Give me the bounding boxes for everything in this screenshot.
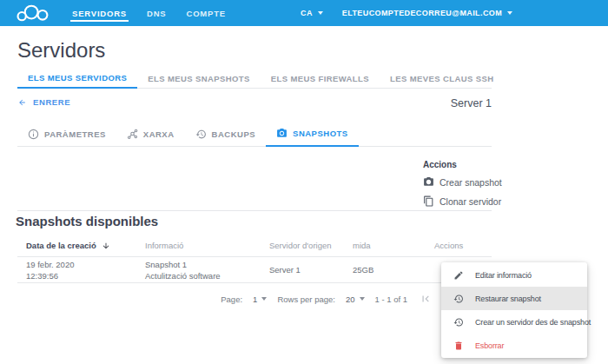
first-page-icon[interactable] [420,293,432,305]
page-value: 1 [253,295,257,304]
actions-title: Accions [423,160,502,169]
top-bar-right: CA ELTEUCOMPTEDECORREU@MAIL.COM [301,0,512,26]
tab-parametres[interactable]: PARÀMETRES [17,122,116,147]
action-label: Clonar servidor [439,196,501,207]
section-divider [17,210,492,211]
create-snapshot-button[interactable]: Crear snapshot [423,176,502,188]
back-button[interactable]: ENRERE [17,97,70,107]
account-email: ELTEUCOMPTEDECORREU@MAIL.COM [342,9,502,17]
page-title: Servidors [17,38,105,63]
pencil-icon [453,270,464,281]
actions-panel: Accions Crear snapshot Clonar servidor [423,160,502,215]
language-dropdown[interactable]: CA [301,9,323,17]
menu-item-delete[interactable]: Esborrar [441,334,587,357]
server-name: Server 1 [451,97,492,109]
nav-item-dns[interactable]: DNS [147,0,166,26]
tab-label: ELS MEUS FIREWALLS [271,74,369,83]
server-header-row: ENRERE Server 1 [17,97,492,111]
restore-icon [453,317,464,328]
column-header-info: Informació [145,241,183,250]
restore-icon [453,294,464,304]
snapshot-date: 19 febr. 2020 [26,259,74,270]
main-tabs: ELS MEUS SERVIDORS ELS MEUS SNAPSHOTS EL… [17,68,492,89]
cell-info: Snapshot 1 Actulització software [145,259,221,281]
tab-label: LES MEVES CLAUS SSH [390,74,494,83]
snapshots-table: Data de la creació Informació Servidor d… [17,236,492,308]
rows-per-page-select[interactable]: 20 [346,295,365,304]
app-window: SERVIDORS DNS COMPTE CA ELTEUCOMPTEDECOR… [0,0,608,364]
tab-els-meus-snapshots[interactable]: ELS MEUS SNAPSHOTS [137,68,261,89]
pagination-range: 1 - 1 of 1 [375,295,408,304]
tab-els-meus-firewalls[interactable]: ELS MEUS FIREWALLS [261,68,380,89]
snapshot-time: 12:39:56 [26,270,74,281]
network-icon [127,129,138,140]
tab-label: PARÀMETRES [44,129,106,139]
nav-label: COMPTE [186,9,225,18]
clone-server-button[interactable]: Clonar servidor [423,195,502,207]
snapshot-description: Actulització software [145,270,221,281]
trash-icon [453,341,464,351]
nav-label: SERVIDORS [72,9,127,18]
top-navigation: SERVIDORS DNS COMPTE [72,0,226,26]
camera-icon [276,128,287,139]
snapshots-section-title: Snapshots disponibles [16,214,158,228]
nav-item-compte[interactable]: COMPTE [186,0,225,26]
rows-per-page-label: Rows per page: [277,295,335,304]
clone-icon [423,195,434,207]
table-pagination: Page: 1 Rows per page: 20 1 - 1 of 1 [17,289,492,308]
arrow-left-icon [17,98,27,107]
page-select[interactable]: 1 [253,295,267,304]
action-label: Crear snapshot [439,177,502,188]
column-header-size: mida [353,241,371,250]
chevron-down-icon [507,11,512,15]
cell-size: 25GB [353,264,373,275]
column-header-date[interactable]: Data de la creació [26,241,110,250]
cell-date: 19 febr. 2020 12:39:56 [26,259,74,281]
tab-xarxa[interactable]: XARXA [116,122,185,147]
server-tabs: PARÀMETRES XARXA BACKUPS SNAPSHOTS [17,122,492,147]
rows-per-page-value: 20 [346,295,355,304]
menu-item-label: Editar informació [475,271,532,280]
table-row: 19 febr. 2020 12:39:56 Snapshot 1 Actuli… [17,257,492,283]
column-header-actions: Accions [434,241,463,250]
tab-snapshots[interactable]: SNAPSHOTS [266,122,359,147]
tab-label: SNAPSHOTS [293,129,348,138]
chevron-down-icon [261,297,267,301]
column-header-origin: Servidor d'origen [269,241,332,250]
backup-icon [195,129,207,140]
nav-label: DNS [147,9,166,18]
tab-les-meves-claus-ssh[interactable]: LES MEVES CLAUS SSH [380,68,505,89]
tab-label: BACKUPS [212,129,255,139]
camera-icon [423,176,434,188]
tab-backups[interactable]: BACKUPS [185,122,266,147]
tab-label: XARXA [143,129,175,139]
cell-origin: Server 1 [269,264,301,275]
chevron-down-icon [360,297,365,301]
tab-els-meus-servidors[interactable]: ELS MEUS SERVIDORS [17,68,137,89]
menu-item-edit-info[interactable]: Editar informació [441,263,587,287]
menu-item-label: Esborrar [475,341,504,350]
table-header: Data de la creació Informació Servidor d… [17,236,492,257]
tab-label: ELS MEUS SNAPSHOTS [148,74,250,83]
chevron-down-icon [318,11,323,15]
snapshot-name: Snapshot 1 [145,259,221,270]
snapshot-context-menu: Editar informació Restaurar snapshot Cre… [441,262,587,358]
nav-item-servidors[interactable]: SERVIDORS [72,0,127,26]
menu-item-label: Crear un servidor des de snapshot [475,318,591,327]
sort-arrow-down-icon [102,242,110,250]
tab-label: ELS MEUS SERVIDORS [28,73,127,83]
menu-item-label: Restaurar snapshot [475,295,541,303]
language-label: CA [301,9,313,17]
top-bar: SERVIDORS DNS COMPTE CA ELTEUCOMPTEDECOR… [0,0,608,26]
cloud-logo-icon[interactable] [14,3,52,23]
back-label: ENRERE [33,97,70,107]
column-label: Data de la creació [26,241,96,250]
info-icon [28,129,39,140]
page-label: Page: [221,295,242,304]
menu-item-restore-snapshot[interactable]: Restaurar snapshot [441,287,587,310]
menu-item-create-server-from-snapshot[interactable]: Crear un servidor des de snapshot [441,310,587,334]
account-dropdown[interactable]: ELTEUCOMPTEDECORREU@MAIL.COM [342,9,512,17]
